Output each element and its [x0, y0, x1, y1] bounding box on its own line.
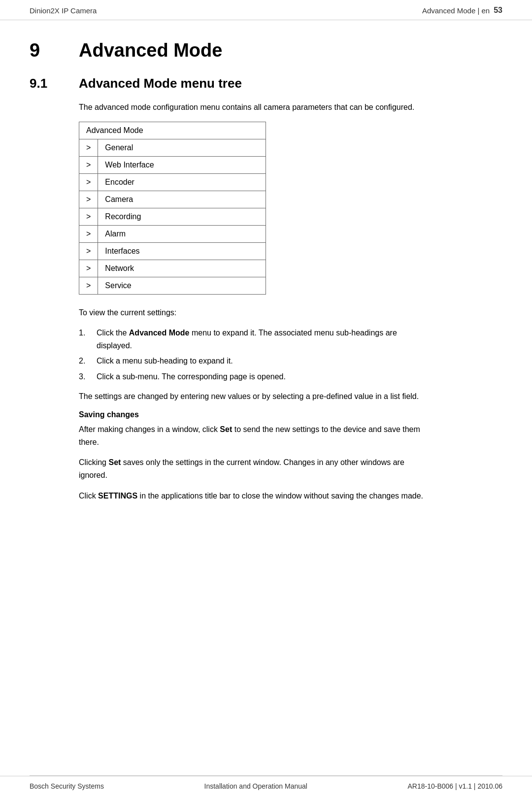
menu-arrow-cell: > [79, 173, 98, 191]
menu-arrow-cell: > [79, 225, 98, 242]
step-item: 3.Click a sub-menu. The corresponding pa… [79, 370, 433, 383]
step-text: Click a menu sub-heading to expand it. [97, 355, 233, 367]
section-heading: 9.1 Advanced Mode menu tree [30, 76, 502, 91]
content-area: 9 Advanced Mode 9.1 Advanced Mode menu t… [0, 20, 532, 775]
menu-arrow-cell: > [79, 242, 98, 260]
step-number: 3. [79, 370, 91, 383]
menu-tree-container: Advanced Mode > General > Web Interface … [79, 122, 502, 295]
step-text: Click a sub-menu. The corresponding page… [97, 370, 286, 383]
saving-text-1: After making changes in a window, click … [79, 423, 424, 448]
steps-list: 1.Click the Advanced Mode menu to expand… [79, 327, 433, 383]
menu-arrow-cell: > [79, 156, 98, 173]
menu-arrow-cell: > [79, 277, 98, 294]
settings-bold: SETTINGS [98, 492, 137, 500]
step-number: 2. [79, 355, 91, 367]
header-page-number: 53 [494, 6, 502, 15]
menu-label-cell: Network [98, 260, 266, 277]
menu-tree-table: Advanced Mode > General > Web Interface … [79, 122, 266, 295]
menu-tree-row: > Encoder [79, 173, 266, 191]
header-bar: Dinion2X IP Camera Advanced Mode | en 53 [0, 0, 532, 20]
header-left: Dinion2X IP Camera [30, 6, 97, 15]
settings-text: The settings are changed by entering new… [79, 390, 424, 403]
step-item: 1.Click the Advanced Mode menu to expand… [79, 327, 433, 352]
view-settings-label: To view the current settings: [79, 306, 424, 319]
numbered-list: 1.Click the Advanced Mode menu to expand… [79, 327, 433, 383]
menu-arrow-cell: > [79, 208, 98, 225]
menu-label-cell: Web Interface [98, 156, 266, 173]
menu-arrow-cell: > [79, 139, 98, 156]
section-title: Advanced Mode menu tree [79, 76, 242, 91]
step-bold: Advanced Mode [129, 329, 190, 337]
menu-arrow-cell: > [79, 260, 98, 277]
header-right: Advanced Mode | en 53 [422, 6, 502, 15]
menu-arrow-cell: > [79, 191, 98, 208]
menu-tree-row: > Network [79, 260, 266, 277]
menu-label-cell: General [98, 139, 266, 156]
intro-text: The advanced mode configuration menu con… [79, 101, 424, 114]
header-right-label: Advanced Mode | en [422, 6, 490, 15]
menu-label-cell: Encoder [98, 173, 266, 191]
menu-tree-header-cell: Advanced Mode [79, 122, 266, 139]
saving-changes-heading: Saving changes [79, 410, 502, 419]
page-container: Dinion2X IP Camera Advanced Mode | en 53… [0, 0, 532, 797]
saving-text-2: Clicking Set saves only the settings in … [79, 456, 424, 481]
menu-tree-row: > Service [79, 277, 266, 294]
menu-label-cell: Service [98, 277, 266, 294]
step-item: 2.Click a menu sub-heading to expand it. [79, 355, 433, 367]
chapter-title: Advanced Mode [79, 40, 222, 61]
menu-tree-row: > Camera [79, 191, 266, 208]
step-text: Click the Advanced Mode menu to expand i… [97, 327, 433, 352]
step-number: 1. [79, 327, 91, 352]
settings-close-text: Click SETTINGS in the applications title… [79, 490, 424, 502]
menu-tree-row: > Interfaces [79, 242, 266, 260]
saving-set-bold-1: Set [220, 425, 232, 433]
menu-tree-row: > General [79, 139, 266, 156]
menu-label-cell: Interfaces [98, 242, 266, 260]
menu-tree-row: > Web Interface [79, 156, 266, 173]
footer-right: AR18-10-B006 | v1.1 | 2010.06 [407, 782, 502, 790]
chapter-heading: 9 Advanced Mode [30, 40, 502, 61]
menu-label-cell: Recording [98, 208, 266, 225]
footer-left: Bosch Security Systems [30, 782, 104, 790]
chapter-number: 9 [30, 40, 59, 61]
section-number: 9.1 [30, 76, 59, 91]
saving-set-bold-2: Set [108, 458, 121, 466]
footer-center: Installation and Operation Manual [204, 782, 307, 790]
menu-tree-header-row: Advanced Mode [79, 122, 266, 139]
menu-tree-row: > Alarm [79, 225, 266, 242]
footer-bar: Bosch Security Systems Installation and … [0, 776, 532, 797]
menu-tree-row: > Recording [79, 208, 266, 225]
menu-label-cell: Camera [98, 191, 266, 208]
menu-label-cell: Alarm [98, 225, 266, 242]
